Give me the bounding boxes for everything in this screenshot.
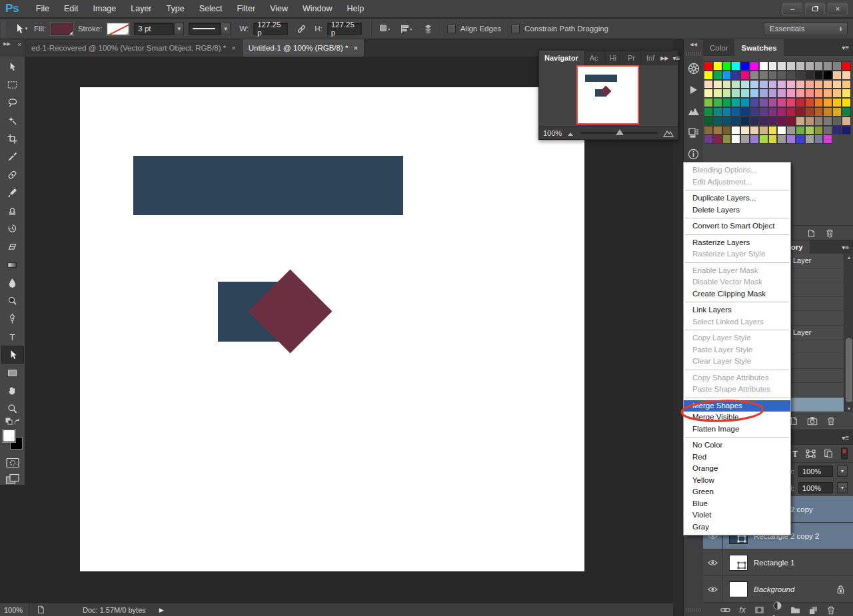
color-swatch[interactable] [814, 117, 824, 126]
rectangular-marquee-tool[interactable] [1, 76, 24, 94]
layer-row-rectangle-1[interactable]: Rectangle 1 [703, 549, 853, 576]
path-alignment-button[interactable]: ▾ [398, 21, 415, 36]
restore-button[interactable] [805, 3, 825, 15]
height-input[interactable]: 127.25 p [327, 23, 362, 35]
color-swatch[interactable] [713, 135, 722, 144]
fill-dropdown-icon[interactable]: ▼ [837, 482, 848, 493]
color-swatch[interactable] [722, 126, 732, 135]
zoom-tool[interactable] [1, 400, 24, 418]
color-swatch[interactable] [722, 80, 732, 89]
color-swatch[interactable] [786, 71, 796, 80]
move-tool[interactable] [1, 58, 24, 76]
color-swatch[interactable] [832, 117, 842, 126]
eraser-tool[interactable] [1, 238, 24, 256]
color-swatch[interactable] [704, 107, 713, 117]
context-menu-item-link-layers[interactable]: Link Layers [684, 304, 790, 316]
color-swatch[interactable] [740, 89, 750, 98]
color-swatch[interactable] [805, 80, 814, 89]
color-swatch[interactable] [823, 80, 832, 89]
color-swatch[interactable] [768, 126, 778, 135]
context-menu-item-gray[interactable]: Gray [684, 521, 790, 533]
color-swatch[interactable] [777, 126, 786, 135]
color-swatch[interactable] [832, 98, 842, 107]
color-swatch[interactable] [768, 135, 778, 144]
navigator-collapse-icon[interactable]: ▶▶ [660, 55, 668, 61]
color-swatch[interactable] [786, 61, 796, 71]
new-snapshot-icon[interactable] [807, 416, 818, 426]
color-swatch[interactable] [814, 98, 824, 107]
color-swatch[interactable] [832, 71, 842, 80]
color-swatch[interactable] [722, 107, 732, 117]
color-swatch[interactable] [805, 61, 814, 71]
color-swatch[interactable] [731, 107, 740, 117]
color-swatch[interactable] [740, 98, 750, 107]
color-swatch[interactable] [713, 98, 722, 107]
history-scrollbar[interactable]: ▲ ▼ [844, 254, 853, 412]
color-swatch[interactable] [750, 117, 759, 126]
color-swatch[interactable] [777, 61, 786, 71]
color-swatch[interactable] [832, 61, 842, 71]
color-swatch[interactable] [842, 89, 851, 98]
color-swatch[interactable] [759, 107, 768, 117]
fill-swatch[interactable] [51, 23, 73, 35]
collapse-tools-icon[interactable]: ▶▶ [3, 41, 11, 47]
color-swatch[interactable] [796, 71, 805, 80]
color-swatch[interactable] [796, 61, 805, 71]
color-swatch[interactable] [731, 117, 740, 126]
color-swatch[interactable] [777, 107, 786, 117]
close-tools-icon[interactable]: × [17, 41, 21, 48]
color-swatch[interactable] [704, 71, 713, 80]
swap-colors-icon[interactable] [5, 418, 20, 427]
dock-grip[interactable] [686, 608, 701, 612]
color-swatch[interactable] [713, 126, 722, 135]
zoom-slider-thumb[interactable] [616, 129, 624, 135]
document-page[interactable] [80, 87, 584, 571]
color-swatch[interactable] [786, 107, 796, 117]
stroke-width-dropdown[interactable]: ▼ [174, 23, 184, 35]
color-swatch[interactable] [740, 107, 750, 117]
color-swatch[interactable] [759, 117, 768, 126]
history-scrollbar-thumb[interactable] [846, 338, 852, 402]
layer-row-background[interactable]: Background [703, 576, 853, 603]
canvas-rectangle-1[interactable] [133, 156, 403, 215]
zoom-out-icon[interactable] [567, 130, 575, 137]
swatches-panel-menu-icon[interactable]: ▾≡ [842, 44, 853, 51]
color-swatch[interactable] [768, 89, 778, 98]
tab-pr[interactable]: Pr [622, 51, 641, 65]
menu-view[interactable]: View [263, 0, 295, 18]
color-swatch[interactable] [805, 117, 814, 126]
color-swatch[interactable] [722, 135, 732, 144]
stroke-width-field[interactable]: 3 pt [134, 23, 174, 35]
color-swatch[interactable] [777, 89, 786, 98]
context-menu-item-red[interactable]: Red [684, 452, 790, 463]
color-swatch[interactable] [704, 98, 713, 107]
navigator-zoom-slider[interactable] [580, 132, 658, 134]
context-menu-item-create-clipping-mask[interactable]: Create Clipping Mask [684, 288, 790, 300]
context-menu-item-rasterize-layers[interactable]: Rasterize Layers [684, 237, 790, 249]
color-swatch[interactable] [768, 71, 778, 80]
adjustment-layer-icon[interactable]: ▾ [773, 601, 782, 616]
path-operations-button[interactable]: ▾ [376, 21, 393, 36]
filter-toggle-switch[interactable] [841, 448, 848, 460]
zoom-in-icon[interactable] [663, 129, 674, 137]
color-swatch[interactable] [731, 71, 740, 80]
color-swatch[interactable] [823, 117, 832, 126]
rectangle-tool[interactable] [1, 364, 24, 382]
color-swatch[interactable] [796, 107, 805, 117]
tab-swatches[interactable]: Swatches [734, 39, 783, 56]
document-tab-1[interactable]: ed-1-Recovered @ 100% (Vector Smart Obje… [25, 39, 243, 57]
context-menu-item-delete-layers[interactable]: Delete Layers [684, 204, 790, 216]
visibility-toggle[interactable] [703, 549, 723, 575]
color-swatch[interactable] [750, 126, 759, 135]
color-swatch[interactable] [796, 117, 805, 126]
color-swatch[interactable] [713, 117, 722, 126]
color-swatch[interactable] [722, 117, 732, 126]
color-swatch[interactable] [814, 107, 824, 117]
tab-inf[interactable]: Inf [641, 51, 660, 65]
filter-smart-object-icon[interactable] [824, 449, 833, 458]
color-swatch[interactable] [750, 98, 759, 107]
color-swatch[interactable] [768, 117, 778, 126]
color-swatch[interactable] [704, 117, 713, 126]
color-swatch[interactable] [796, 135, 805, 144]
width-input[interactable]: 127.25 p [253, 23, 288, 35]
